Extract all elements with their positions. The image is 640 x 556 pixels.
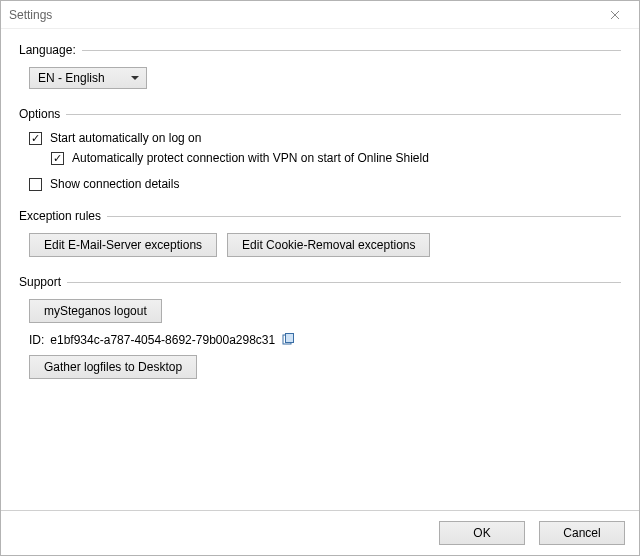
options-label: Options (19, 107, 66, 121)
divider (67, 282, 621, 283)
exception-rules-group: Exception rules Edit E-Mail-Server excep… (19, 209, 621, 257)
cancel-button[interactable]: Cancel (539, 521, 625, 545)
options-group: Options Start automatically on log on Au… (19, 107, 621, 191)
divider (82, 50, 621, 51)
copy-icon (281, 333, 295, 347)
gather-logfiles-button[interactable]: Gather logfiles to Desktop (29, 355, 197, 379)
show-details-checkbox[interactable] (29, 178, 42, 191)
ok-button[interactable]: OK (439, 521, 525, 545)
support-label: Support (19, 275, 67, 289)
close-button[interactable] (599, 5, 631, 25)
window-title: Settings (9, 8, 52, 22)
auto-protect-checkbox[interactable] (51, 152, 64, 165)
divider (66, 114, 621, 115)
edit-email-exceptions-button[interactable]: Edit E-Mail-Server exceptions (29, 233, 217, 257)
copy-id-button[interactable] (281, 333, 295, 347)
language-select[interactable]: EN - English (29, 67, 147, 89)
language-label: Language: (19, 43, 82, 57)
svg-rect-3 (286, 334, 294, 343)
titlebar: Settings (1, 1, 639, 29)
language-group: Language: EN - English (19, 43, 621, 89)
support-group: Support mySteganos logout ID: e1bf934c-a… (19, 275, 621, 379)
start-auto-checkbox[interactable] (29, 132, 42, 145)
auto-protect-label: Automatically protect connection with VP… (72, 151, 429, 165)
mysteganos-logout-button[interactable]: mySteganos logout (29, 299, 162, 323)
start-auto-label: Start automatically on log on (50, 131, 201, 145)
show-details-label: Show connection details (50, 177, 179, 191)
id-value: e1bf934c-a787-4054-8692-79b00a298c31 (50, 333, 275, 347)
id-prefix: ID: (29, 333, 44, 347)
close-icon (610, 10, 620, 20)
exception-rules-label: Exception rules (19, 209, 107, 223)
divider (107, 216, 621, 217)
footer: OK Cancel (1, 510, 639, 555)
content-area: Language: EN - English Options Start aut… (1, 29, 639, 379)
edit-cookie-exceptions-button[interactable]: Edit Cookie-Removal exceptions (227, 233, 430, 257)
